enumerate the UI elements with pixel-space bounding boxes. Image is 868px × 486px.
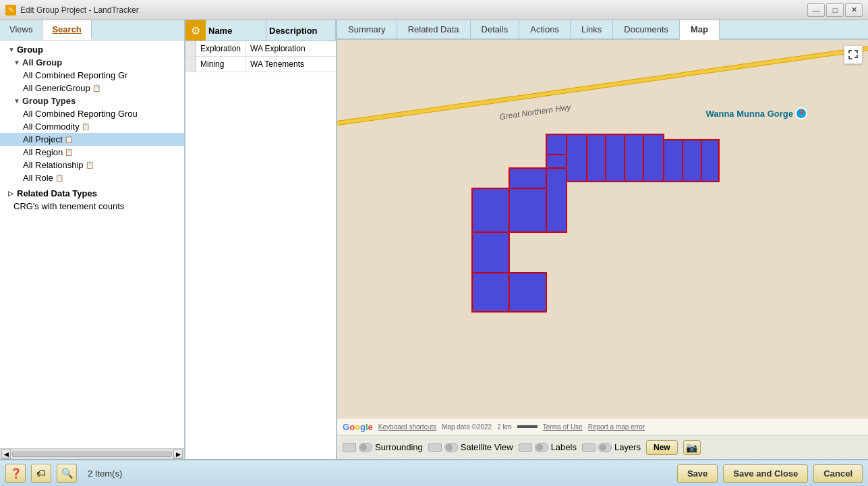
cell-description: WA Tenements <box>246 57 336 72</box>
scroll-left-btn[interactable]: ◀ <box>1 450 11 459</box>
right-panel: Summary Related Data Details Actions Lin… <box>337 20 868 459</box>
layers-toggle[interactable]: Layers <box>582 442 641 452</box>
maximize-button[interactable]: □ <box>826 3 844 17</box>
layers-checkbox[interactable] <box>582 443 596 452</box>
tag-button[interactable]: 🏷 <box>31 464 51 483</box>
cell-description: WA Exploration <box>246 41 336 56</box>
svg-rect-4 <box>643 134 664 182</box>
tree-label: All Combined Reporting Gr <box>23 70 127 80</box>
tree-item-group-types[interactable]: ▼ Group Types <box>0 94 184 107</box>
tab-summary[interactable]: Summary <box>337 20 397 38</box>
tree-label-related-data-types: Related Data Types <box>17 188 97 198</box>
surrounding-checkbox[interactable] <box>343 443 356 452</box>
tree-item-crgs[interactable]: CRG's with tenement counts <box>0 200 184 213</box>
labels-checkbox[interactable] <box>519 443 532 452</box>
tree-label-group: Group <box>17 45 43 55</box>
tree-item-all-project[interactable]: All Project 📋 <box>0 133 184 146</box>
tab-search[interactable]: Search <box>42 20 91 40</box>
tab-related-data[interactable]: Related Data <box>397 20 471 38</box>
table-row[interactable]: Exploration WA Exploration <box>185 41 336 57</box>
col-header-description: Description <box>266 20 336 40</box>
horizontal-scrollbar[interactable]: ◀ ▶ <box>0 448 184 459</box>
tab-map[interactable]: Map <box>680 20 720 40</box>
tree-item-all-region[interactable]: All Region 📋 <box>0 146 184 159</box>
svg-rect-13 <box>472 273 509 312</box>
tree-label: All Region <box>23 147 63 157</box>
gear-button[interactable]: ⚙ <box>185 20 206 40</box>
tree-label-group-types: Group Types <box>22 96 76 106</box>
tree-item-all-commodity[interactable]: All Commodity 📋 <box>0 120 184 133</box>
keyboard-shortcuts[interactable]: Keyboard shortcuts <box>378 423 436 431</box>
scroll-track[interactable] <box>12 452 172 457</box>
expand-map-button[interactable] <box>844 45 863 64</box>
left-panel: Views Search ▼ Group ▼ All Group All Com… <box>0 20 185 459</box>
expand-arrow-related: ▷ <box>8 190 15 197</box>
map-controls-bar: Surrounding Satellite View Labels <box>337 435 868 459</box>
cell-name: Mining <box>196 57 246 72</box>
doc-icon: 📋 <box>65 136 73 143</box>
camera-button[interactable]: 📷 <box>683 440 701 455</box>
tree-item-all-relationship[interactable]: All Relationship 📋 <box>0 159 184 171</box>
row-selector[interactable] <box>185 41 196 56</box>
save-close-button[interactable]: Save and Close <box>723 464 808 483</box>
table-row[interactable]: Mining WA Tenements <box>185 57 336 72</box>
surrounding-switch[interactable] <box>359 443 372 452</box>
save-button[interactable]: Save <box>677 464 718 483</box>
satellite-label: Satellite View <box>461 442 513 452</box>
svg-rect-3 <box>625 134 643 182</box>
tree-label: All Role <box>23 173 53 183</box>
doc-icon: 📋 <box>86 161 94 169</box>
tree-item-related-data-types[interactable]: ▷ Related Data Types <box>0 187 184 200</box>
col-header-name: Name <box>206 20 266 40</box>
cell-name: Exploration <box>196 41 246 56</box>
doc-icon: 📋 <box>82 123 90 130</box>
map-background: Great Northern Hwy Wanna Munna Gorge 📍 <box>337 40 868 435</box>
satellite-checkbox[interactable] <box>428 443 442 452</box>
labels-toggle[interactable]: Labels <box>519 442 577 452</box>
right-tab-bar: Summary Related Data Details Actions Lin… <box>337 20 868 40</box>
row-selector[interactable] <box>185 57 196 72</box>
help-button[interactable]: ❓ <box>5 464 26 483</box>
tree-label-all-group: All Group <box>22 57 62 68</box>
labels-label: Labels <box>551 442 577 452</box>
doc-icon: 📋 <box>65 148 73 156</box>
svg-rect-12 <box>472 232 509 273</box>
search-button[interactable]: 🔍 <box>57 464 77 483</box>
tree-item-group[interactable]: ▼ Group <box>0 43 184 56</box>
expand-arrow-group: ▼ <box>8 46 15 53</box>
tree-item-all-combined-reporting-grou[interactable]: All Combined Reporting Grou <box>0 107 184 120</box>
items-count: 2 Item(s) <box>82 468 672 479</box>
svg-rect-10 <box>509 168 546 188</box>
svg-rect-15 <box>546 155 567 168</box>
tab-actions[interactable]: Actions <box>519 20 571 38</box>
minimize-button[interactable]: — <box>807 3 825 17</box>
tab-details[interactable]: Details <box>471 20 520 38</box>
close-button[interactable]: ✕ <box>845 3 863 17</box>
window-controls: — □ ✕ <box>807 3 863 17</box>
app-icon: ✎ <box>5 5 16 16</box>
google-logo: Google <box>343 421 373 432</box>
doc-icon: 📋 <box>92 84 100 92</box>
tab-views[interactable]: Views <box>0 20 42 40</box>
terms-link[interactable]: Terms of Use <box>543 423 583 431</box>
new-button[interactable]: New <box>646 440 678 455</box>
labels-switch[interactable] <box>535 443 548 452</box>
window-title: Edit Group Project - LandTracker <box>20 5 139 15</box>
tree-item-all-combined-reporting-gr[interactable]: All Combined Reporting Gr <box>0 69 184 82</box>
svg-rect-6 <box>683 140 701 182</box>
scroll-right-btn[interactable]: ▶ <box>173 450 183 459</box>
tree-label: All GenericGroup <box>23 83 90 93</box>
satellite-toggle[interactable]: Satellite View <box>428 442 513 452</box>
tab-links[interactable]: Links <box>571 20 613 38</box>
report-link[interactable]: Report a map error <box>588 423 645 431</box>
cancel-button[interactable]: Cancel <box>813 464 863 483</box>
tree-item-all-group[interactable]: ▼ All Group <box>0 56 184 69</box>
tree-item-all-genericgroup[interactable]: All GenericGroup 📋 <box>0 82 184 94</box>
tab-documents[interactable]: Documents <box>613 20 680 38</box>
layers-switch[interactable] <box>598 443 612 452</box>
surrounding-label: Surrounding <box>375 442 423 452</box>
satellite-switch[interactable] <box>444 443 458 452</box>
tree-item-all-role[interactable]: All Role 📋 <box>0 171 184 184</box>
surrounding-toggle[interactable]: Surrounding <box>343 442 423 452</box>
map-container[interactable]: Great Northern Hwy Wanna Munna Gorge 📍 <box>337 40 868 435</box>
